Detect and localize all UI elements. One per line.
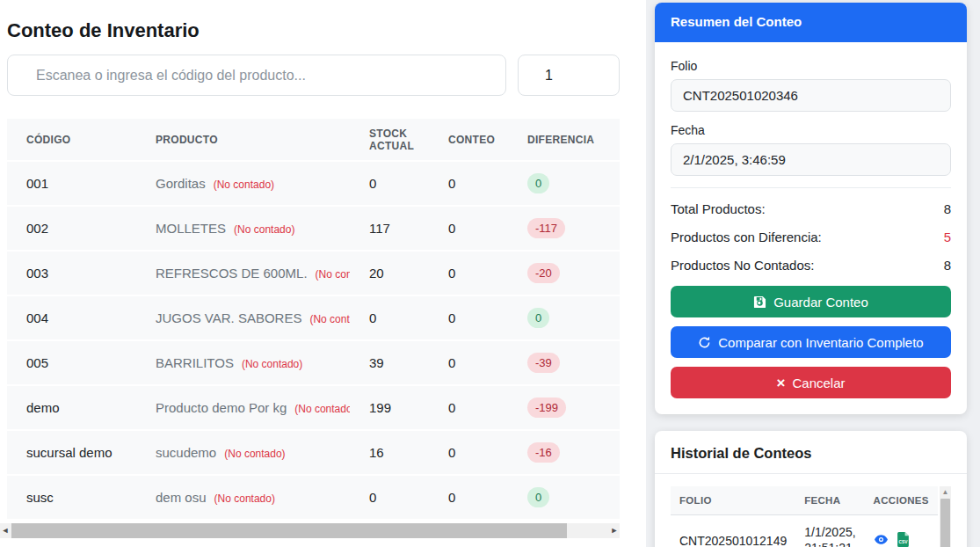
- product-name: MOLLETES: [156, 221, 226, 236]
- cell-producto: dem osu(No contado): [136, 475, 350, 520]
- cell-diferencia: 0: [508, 161, 605, 206]
- cell-conteo: 0: [429, 430, 508, 475]
- cell-acciones: [605, 206, 620, 251]
- hist-col-fecha: FECHA: [795, 486, 864, 515]
- total-products-row: Total Productos: 8: [671, 201, 951, 216]
- main-panel: Conteo de Inventario CÓDIGO PRODUCTO STO…: [0, 0, 646, 547]
- horizontal-scrollbar[interactable]: ◄ ►: [0, 523, 620, 538]
- horizontal-scroll-thumb[interactable]: [11, 523, 567, 538]
- history-vertical-scrollbar[interactable]: ▲: [940, 486, 951, 547]
- history-fecha: 1/1/2025, 21:51:21: [795, 515, 864, 547]
- col-producto: PRODUCTO: [136, 119, 350, 161]
- cell-acciones: [605, 251, 620, 295]
- summary-card-body: Folio CNT202501020346 Fecha 2/1/2025, 3:…: [655, 42, 967, 414]
- svg-text:CSV: CSV: [898, 539, 908, 543]
- cell-acciones: [605, 340, 620, 385]
- cell-codigo: 003: [7, 251, 136, 295]
- col-codigo: CÓDIGO: [7, 119, 136, 161]
- cell-conteo: 0: [429, 206, 508, 251]
- horizontal-scroll-track[interactable]: [11, 523, 609, 538]
- cell-codigo: susc: [7, 475, 136, 520]
- product-name: Producto demo Por kg: [156, 400, 287, 415]
- products-with-difference-label: Productos con Diferencia:: [671, 230, 822, 244]
- cell-codigo: 004: [7, 295, 136, 340]
- compare-inventory-label: Comparar con Inventario Completo: [718, 335, 923, 350]
- table-row: 004JUGOS VAR. SABORES(No contado)000: [7, 295, 620, 340]
- save-count-button[interactable]: Guardar Conteo: [671, 286, 951, 317]
- difference-badge: -39: [527, 353, 560, 373]
- col-conteo: CONTEO: [429, 119, 508, 161]
- eye-icon[interactable]: [874, 532, 889, 547]
- cell-stock: 199: [350, 385, 429, 430]
- history-card: Historial de Conteos FOLIO FECHA ACCIONE…: [655, 431, 967, 547]
- not-counted-status: (No contado): [224, 448, 285, 460]
- folio-label: Folio: [671, 59, 951, 73]
- folio-field: CNT202501020346: [671, 79, 951, 112]
- difference-badge: 0: [527, 173, 549, 193]
- table-row: 005BARRILITOS(No contado)390-39: [7, 340, 620, 385]
- not-counted-status: (No contado): [214, 492, 275, 505]
- cell-conteo: 0: [429, 385, 508, 430]
- table-row: sucursal demosucudemo(No contado)160-16: [7, 430, 620, 475]
- summary-card-title: Resumen del Conteo: [655, 3, 967, 42]
- cell-conteo: 0: [429, 340, 508, 385]
- history-row: CNT2025010121491/1/2025, 21:51:21CSV: [671, 515, 938, 547]
- cancel-button[interactable]: × Cancelar: [671, 367, 951, 398]
- cell-stock: 16: [350, 430, 429, 475]
- cell-producto: BARRILITOS(No contado): [136, 340, 350, 385]
- cell-stock: 117: [350, 206, 429, 251]
- table-row: 003REFRESCOS DE 600ML.(No contado)200-20: [7, 251, 620, 295]
- right-column: Resumen del Conteo Folio CNT202501020346…: [646, 0, 980, 547]
- scroll-left-arrow[interactable]: ◄: [0, 523, 11, 538]
- difference-badge: -16: [527, 442, 560, 463]
- inventory-table-header-row: CÓDIGO PRODUCTO STOCK ACTUAL CONTEO DIFE…: [7, 119, 620, 161]
- cell-diferencia: -117: [508, 206, 605, 251]
- app-root: Conteo de Inventario CÓDIGO PRODUCTO STO…: [0, 0, 980, 547]
- save-count-label: Guardar Conteo: [773, 295, 868, 310]
- table-row: suscdem osu(No contado)000: [7, 475, 620, 520]
- col-stock-actual: STOCK ACTUAL: [350, 119, 429, 161]
- not-counted-status: (No contado): [316, 268, 350, 281]
- not-counted-status: (No contado): [242, 358, 302, 370]
- scroll-right-arrow[interactable]: ►: [609, 523, 620, 538]
- history-table: FOLIO FECHA ACCIONES CNT2025010121491/1/…: [671, 486, 951, 547]
- table-row: demoProducto demo Por kg(No contado)1990…: [7, 385, 620, 430]
- not-counted-status: (No contado): [309, 313, 350, 325]
- cell-stock: 0: [350, 475, 429, 520]
- product-code-input[interactable]: [7, 55, 506, 96]
- cell-conteo: 0: [429, 251, 508, 295]
- page-title: Conteo de Inventario: [7, 19, 200, 42]
- history-actions: CSV: [865, 515, 938, 547]
- history-scroll-thumb[interactable]: [940, 499, 950, 547]
- save-icon: [753, 295, 766, 309]
- table-row: 001Gorditas(No contado)000: [7, 161, 620, 206]
- cell-producto: Gorditas(No contado): [136, 161, 350, 206]
- cell-conteo: 0: [429, 295, 508, 340]
- products-with-difference-row: Productos con Diferencia: 5: [671, 230, 951, 244]
- difference-badge: -117: [527, 218, 565, 238]
- products-with-difference-value: 5: [944, 230, 951, 244]
- difference-badge: 0: [527, 487, 549, 507]
- hist-col-acciones: ACCIONES: [865, 486, 938, 515]
- cell-diferencia: 0: [508, 475, 605, 520]
- cell-diferencia: -199: [508, 385, 605, 430]
- csv-file-icon[interactable]: CSV: [897, 532, 910, 547]
- history-scroll-up-arrow[interactable]: ▲: [940, 486, 951, 498]
- total-products-value: 8: [944, 201, 951, 216]
- history-card-title: Historial de Conteos: [655, 431, 967, 474]
- cell-codigo: 005: [7, 340, 136, 385]
- cell-codigo: 002: [7, 206, 136, 251]
- quantity-input[interactable]: [518, 55, 620, 96]
- product-name: sucudemo: [156, 445, 216, 460]
- cell-stock: 20: [350, 251, 429, 295]
- scan-row: [7, 55, 620, 96]
- cell-stock: 0: [350, 161, 429, 206]
- compare-inventory-button[interactable]: Comparar con Inventario Completo: [671, 326, 951, 358]
- cell-stock: 39: [350, 340, 429, 385]
- cell-acciones: [605, 475, 620, 520]
- total-products-label: Total Productos:: [671, 201, 766, 216]
- history-header-row: FOLIO FECHA ACCIONES: [671, 486, 938, 515]
- cell-diferencia: -20: [508, 251, 605, 295]
- product-name: dem osu: [156, 490, 207, 505]
- refresh-icon: [698, 336, 711, 349]
